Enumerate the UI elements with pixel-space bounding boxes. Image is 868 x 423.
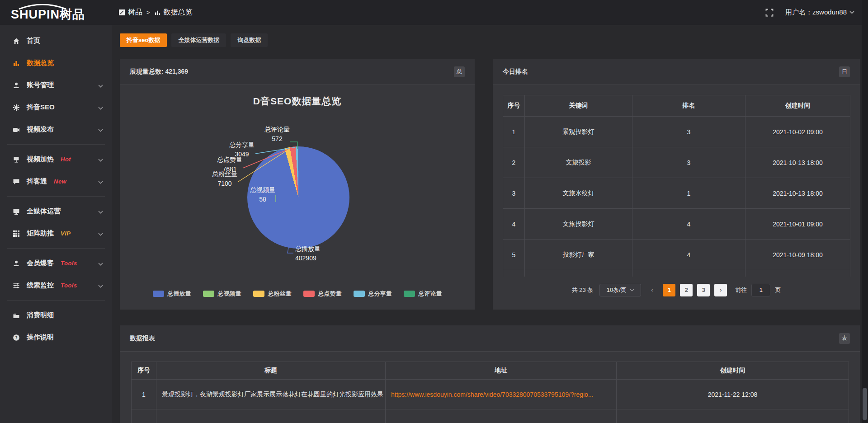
video-url-link[interactable]: https://www.iesdouyin.com/share/video/70… <box>386 380 617 409</box>
screen-flag-icon <box>12 156 21 163</box>
prev-page-button[interactable]: ‹ <box>646 284 658 296</box>
bar-chart-icon <box>12 60 21 67</box>
seo-data-panel: 展现量总数: 421,369 总 D音SEO数据量总览 总评论量572 总分享量… <box>120 59 475 310</box>
sidebar-item-douyin-seo[interactable]: 抖音SEO <box>0 96 112 118</box>
video-title-cell: 景观投影灯，夜游景观投影灯厂家展示展示落花灯在花园里的灯光投影应用效果 # <box>156 380 386 409</box>
table-row[interactable]: 1景观投影灯 32021-10-02 09:00 <box>503 117 850 147</box>
sidebar-item-lead-monitor[interactable]: 线索监控 Tools <box>0 274 112 296</box>
legend-swatch <box>354 291 365 297</box>
user-menu[interactable]: 用户名：zswodun88 <box>785 8 854 17</box>
vip-badge: VIP <box>61 230 71 237</box>
sidebar-item-video-publish[interactable]: 视频发布 <box>0 118 112 141</box>
breadcrumb-root[interactable]: 树品 <box>118 8 142 17</box>
sidebar-item-account[interactable]: 账号管理 <box>0 74 112 96</box>
gear-icon <box>12 104 21 111</box>
report-panel-header: 数据报表 表 <box>120 325 860 352</box>
wallet-icon <box>12 312 21 319</box>
topbar-right: 用户名：zswodun88 <box>765 8 868 17</box>
sidebar-divider <box>7 300 105 301</box>
monitor-icon <box>12 208 21 215</box>
chevron-down-icon <box>98 230 103 237</box>
sidebar-item-help[interactable]: ? 操作说明 <box>0 326 112 348</box>
table-row[interactable]: 3文旅水纹灯 12021-10-13 18:00 <box>503 178 850 209</box>
table-row[interactable]: 4文旅投影灯 42021-10-01 09:00 <box>503 209 850 240</box>
chart-title: D音SEO数据量总览 <box>120 95 475 108</box>
chevron-down-icon <box>98 126 103 133</box>
legend-swatch <box>153 291 164 297</box>
report-table-header-row: 序号 标题 地址 创建时间 <box>132 362 849 380</box>
day-badge-button[interactable]: 日 <box>839 66 850 77</box>
grid-icon <box>12 230 21 237</box>
breadcrumb-current[interactable]: 数据总览 <box>154 8 193 17</box>
vertical-scrollbar[interactable] <box>862 0 868 423</box>
tools-badge: Tools <box>61 260 77 267</box>
total-badge-button[interactable]: 总 <box>454 66 465 77</box>
table-badge-button[interactable]: 表 <box>839 333 850 344</box>
chevron-down-icon <box>98 103 103 111</box>
sidebar-divider <box>7 144 105 145</box>
tab-douyin-seo-data[interactable]: 抖音seo数据 <box>120 33 167 47</box>
sliders-icon <box>12 282 21 289</box>
svg-text:?: ? <box>15 335 18 340</box>
impressions-total: 展现量总数: 421,369 <box>130 68 188 76</box>
tools-badge: Tools <box>61 282 77 289</box>
tab-inquiry-data[interactable]: 询盘数据 <box>231 33 268 47</box>
breadcrumb-separator: > <box>146 9 150 16</box>
legend-swatch <box>404 291 415 297</box>
page-button-1[interactable]: 1 <box>663 284 675 296</box>
goto-label: 前往 <box>735 286 747 294</box>
user-icon <box>12 260 21 267</box>
sidebar-item-expense-detail[interactable]: 消费明细 <box>0 304 112 326</box>
legend-item-plays[interactable]: 总播放量 <box>153 290 191 298</box>
chevron-down-icon <box>98 282 103 289</box>
sidebar-item-matrix-boost[interactable]: 矩阵助推 VIP <box>0 222 112 244</box>
sidebar: 首页 数据总览 账号管理 抖音SEO 视频发布 视频加热 Hot <box>0 25 112 423</box>
sidebar-divider <box>7 248 105 249</box>
username-label: 用户名：zswodun88 <box>785 8 847 17</box>
pagination: 共 23 条 10条/页 ‹ 1 2 3 › 前往 1 页 <box>493 284 860 296</box>
bar-chart-icon <box>154 9 161 16</box>
chevron-down-icon <box>849 11 854 14</box>
table-row[interactable]: 5投影灯厂家 42021-10-09 18:00 <box>503 240 850 270</box>
sidebar-item-video-heat[interactable]: 视频加热 Hot <box>0 148 112 170</box>
today-rank-panel: 今日排名 日 序号 关键词 排名 创建时间 1景观投影灯 32021-10-02… <box>493 59 860 310</box>
legend-swatch <box>303 291 315 297</box>
rank-table-header-row: 序号 关键词 排名 创建时间 <box>503 95 850 117</box>
page-button-3[interactable]: 3 <box>697 284 710 296</box>
legend-item-fans[interactable]: 总粉丝量 <box>253 290 292 298</box>
data-tabs: 抖音seo数据 全媒体运营数据 询盘数据 <box>120 33 268 47</box>
tab-media-ops-data[interactable]: 全媒体运营数据 <box>171 33 226 47</box>
legend-item-shares[interactable]: 总分享量 <box>354 290 392 298</box>
pie-label-videos: 总视频量58 <box>250 185 275 204</box>
chart-legend: 总播放量 总视频量 总粉丝量 总点赞量 总分享量 总评论量 <box>120 290 475 298</box>
legend-item-videos[interactable]: 总视频量 <box>203 290 241 298</box>
logo: SHUPIN树品 <box>0 3 112 23</box>
legend-item-comments[interactable]: 总评论量 <box>404 290 442 298</box>
next-page-button[interactable]: › <box>714 284 727 296</box>
scrollbar-thumb[interactable] <box>863 388 867 420</box>
home-icon <box>12 38 21 45</box>
app-icon <box>118 9 125 16</box>
table-row[interactable]: 2文旅投影 32021-10-13 18:00 <box>503 147 850 178</box>
sidebar-item-home[interactable]: 首页 <box>0 30 112 52</box>
fullscreen-icon[interactable] <box>765 9 774 17</box>
goto-suffix: 页 <box>775 286 781 294</box>
table-row[interactable]: 1 景观投影灯，夜游景观投影灯厂家展示展示落花灯在花园里的灯光投影应用效果 # … <box>132 380 849 409</box>
sidebar-item-data-overview[interactable]: 数据总览 <box>0 52 112 74</box>
chevron-down-icon <box>98 178 103 185</box>
rank-panel-title: 今日排名 <box>503 68 528 76</box>
sidebar-item-media-ops[interactable]: 全媒体运营 <box>0 200 112 222</box>
sidebar-item-member-burst[interactable]: 会员爆客 Tools <box>0 252 112 274</box>
report-panel-title: 数据报表 <box>130 334 155 343</box>
chevron-down-icon <box>98 259 103 267</box>
page-size-select[interactable]: 10条/页 <box>599 284 641 296</box>
pie-label-plays: 总播放量402909 <box>295 244 321 263</box>
report-table: 序号 标题 地址 创建时间 1 景观投影灯，夜游景观投影灯厂家展示展示落花灯在花… <box>131 362 849 423</box>
legend-item-likes[interactable]: 总点赞量 <box>303 290 342 298</box>
sidebar-item-doketong[interactable]: 抖客通 New <box>0 170 112 193</box>
goto-page-input[interactable]: 1 <box>751 284 770 296</box>
chevron-down-icon <box>98 155 103 163</box>
page-button-2[interactable]: 2 <box>680 284 693 296</box>
main-content: 抖音seo数据 全媒体运营数据 询盘数据 展现量总数: 421,369 总 D音… <box>112 25 868 423</box>
chevron-down-icon <box>98 81 103 89</box>
